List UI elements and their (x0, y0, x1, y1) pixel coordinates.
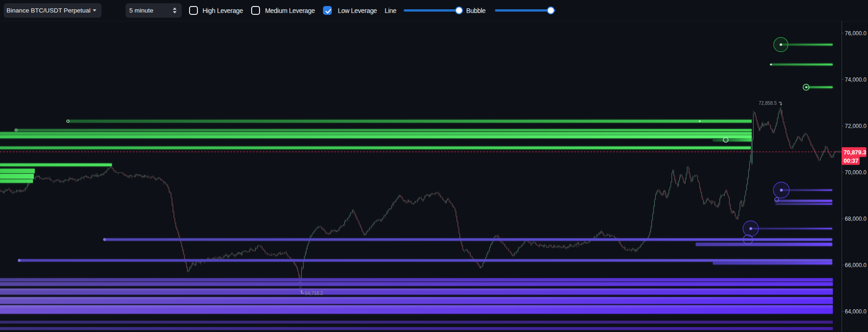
svg-text:70,000.0: 70,000.0 (845, 169, 867, 176)
svg-text:68,000.0: 68,000.0 (845, 216, 867, 222)
svg-text:76,000.0: 76,000.0 (845, 30, 867, 37)
svg-text:72,858.5: 72,858.5 (759, 101, 777, 106)
svg-text:66,000.0: 66,000.0 (845, 262, 867, 268)
svg-text:64,000.0: 64,000.0 (845, 308, 867, 315)
svg-text:64,718.2: 64,718.2 (305, 291, 323, 296)
svg-text:00:37: 00:37 (844, 158, 859, 164)
svg-text:74,000.0: 74,000.0 (845, 77, 867, 83)
svg-text:72,000.0: 72,000.0 (845, 123, 867, 129)
svg-text:70,879.3: 70,879.3 (844, 149, 867, 156)
